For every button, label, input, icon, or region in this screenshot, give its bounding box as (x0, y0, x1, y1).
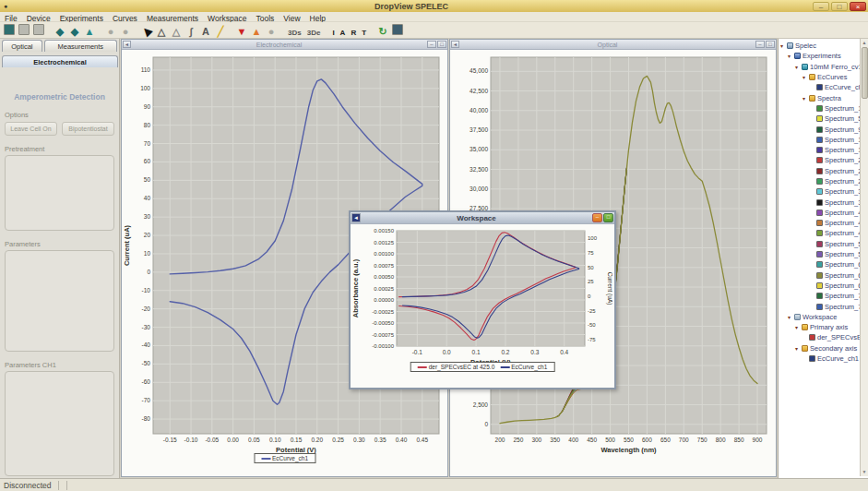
connect-icon[interactable] (4, 24, 15, 35)
autoscale-icon[interactable]: △ (169, 25, 184, 39)
absorbance-icon[interactable]: A (338, 26, 349, 40)
tree-item-label: Spectrum_9 (825, 126, 861, 134)
leave-cell-on-button[interactable]: Leave Cell On (5, 122, 57, 136)
file-doc-icon[interactable] (33, 24, 44, 35)
tree-item-spectrum-1[interactable]: Spectrum_1 (779, 103, 861, 114)
svg-text:0.25: 0.25 (332, 437, 344, 443)
device-doc-icon[interactable] (18, 24, 30, 35)
tab-electrochemical[interactable]: Electrochemical (2, 55, 118, 67)
maximize-button[interactable]: □ (437, 41, 446, 48)
expander-icon[interactable]: ▾ (795, 324, 802, 330)
pencil-icon[interactable]: ╱ (213, 25, 228, 39)
window-menu-icon[interactable]: ◄ (351, 213, 361, 222)
tree-item-eccurve-ch1[interactable]: EcCurve_ch1 (779, 82, 861, 92)
workspace-window-titlebar[interactable]: ◄ Workspace – □ (351, 212, 614, 224)
tree-item-spectrum-45[interactable]: Spectrum_45 (779, 218, 861, 228)
parameters-ch1-box (5, 371, 114, 476)
tree-item-spectrum-41[interactable]: Spectrum_41 (779, 208, 861, 218)
swatch-icon (816, 261, 823, 268)
save-all-icon[interactable]: ◆ (67, 25, 82, 39)
expander-icon[interactable]: ▾ (803, 74, 809, 80)
spectra-up-icon[interactable]: ▲ (249, 24, 264, 38)
tree-item-eccurve-ch1[interactable]: EcCurve_ch1 (779, 353, 861, 364)
tree-item-spectra[interactable]: ▾Spectra (779, 92, 861, 102)
tree-item-secondary-axis[interactable]: ▾Secondary axis (779, 343, 861, 353)
maximize-button[interactable]: □ (766, 41, 775, 48)
tree-item-spectrum-61[interactable]: Spectrum_61 (779, 259, 861, 269)
scroll-thumb[interactable] (862, 47, 868, 99)
scroll-up-icon[interactable]: ▲ (862, 39, 867, 47)
tree-item-label: Spectrum_69 (825, 281, 861, 290)
bipotentiostat-button[interactable]: Bipotentiostat (62, 122, 114, 136)
window-menu-icon[interactable]: ◄ (123, 41, 131, 48)
panel-icon[interactable] (392, 24, 403, 35)
tree-item-spectrum-73[interactable]: Spectrum_73 (779, 291, 861, 301)
close-button[interactable]: × (850, 2, 866, 11)
svg-text:0.00075: 0.00075 (374, 263, 394, 269)
view-3de-icon[interactable]: 3De (304, 26, 324, 40)
window-menu-icon[interactable]: ◄ (451, 41, 459, 48)
tree-item-spectrum-17[interactable]: Spectrum_17 (779, 145, 861, 155)
smooth-curve-icon[interactable]: ∫ (184, 24, 198, 38)
tree-item-eccurves[interactable]: ▾EcCurves (779, 72, 861, 82)
annotate-icon[interactable]: A (198, 24, 213, 38)
experiment-tree: ▾Spelec▾Experiments▾10mM Ferro_cv1▾EcCur… (779, 41, 861, 364)
svg-text:-0.1: -0.1 (412, 349, 423, 355)
expander-icon[interactable]: ▾ (788, 314, 794, 320)
expander-icon[interactable]: ▾ (803, 95, 809, 102)
swatch-icon (816, 220, 823, 226)
electrochemical-window-titlebar[interactable]: ◄ Electrochemical – □ (122, 40, 447, 50)
scroll-down-icon[interactable]: ▼ (862, 468, 867, 476)
maximize-button[interactable]: □ (603, 213, 613, 222)
view-3ds-icon[interactable]: 3Ds (285, 26, 304, 40)
svg-text:-40: -40 (142, 341, 151, 348)
tree-item-spectrum-65[interactable]: Spectrum_65 (779, 270, 861, 281)
svg-text:-0.10: -0.10 (184, 437, 198, 443)
tree-item-spectrum-53[interactable]: Spectrum_53 (779, 239, 861, 249)
optical-window-titlebar[interactable]: ◄ Optical – □ (450, 40, 776, 50)
stop-icon[interactable]: ● (103, 24, 118, 38)
minimize-button[interactable]: – (427, 41, 436, 48)
pause-icon[interactable]: ● (118, 24, 133, 38)
tree-item-spectrum-9[interactable]: Spectrum_9 (779, 124, 861, 134)
expander-icon[interactable]: ▾ (780, 42, 787, 49)
expander-icon[interactable]: ▾ (795, 345, 802, 352)
maximize-button[interactable]: □ (831, 2, 848, 11)
svg-text:0.4: 0.4 (560, 349, 568, 355)
save-curve-icon[interactable]: ◆ (53, 25, 67, 39)
minimize-button[interactable]: – (592, 213, 602, 222)
tree-item-10mm-ferro-cv1[interactable]: ▾10mM Ferro_cv1 (779, 62, 861, 72)
tree-item-primary-axis[interactable]: ▾Primary axis (779, 322, 861, 332)
tree-item-experiments[interactable]: ▾Experiments (779, 51, 861, 61)
svg-text:20: 20 (144, 232, 151, 238)
spectra-down-icon[interactable]: ▼ (234, 24, 249, 38)
record-icon[interactable]: ● (264, 24, 279, 38)
expander-icon[interactable]: ▾ (788, 53, 794, 59)
tree-item-spectrum-21[interactable]: Spectrum_21 (779, 155, 861, 165)
tree-item-spectrum-25[interactable]: Spectrum_25 (779, 166, 861, 176)
svg-text:0.00100: 0.00100 (374, 251, 394, 257)
tree-item-spectrum-5[interactable]: Spectrum_5 (779, 114, 861, 124)
tree-item-spectrum-37[interactable]: Spectrum_37 (779, 197, 861, 207)
refresh-icon[interactable]: ↻ (375, 25, 390, 39)
tree-item-der-specvsec-at-4[interactable]: der_SPECvsEC at 4 (779, 332, 861, 342)
minimize-button[interactable]: – (755, 41, 765, 48)
tree-item-workspace[interactable]: ▾Workspace (779, 312, 861, 322)
minimize-button[interactable]: – (813, 2, 829, 11)
tree-scrollbar[interactable]: ▲ ▼ (860, 39, 868, 476)
tree-item-spectrum-49[interactable]: Spectrum_49 (779, 228, 861, 238)
tree-item-spectrum-57[interactable]: Spectrum_57 (779, 249, 861, 259)
run-measurement-icon[interactable]: ▲ (82, 24, 97, 38)
tree-item-spectrum-33[interactable]: Spectrum_33 (779, 186, 861, 197)
tree-item-spelec[interactable]: ▾Spelec (779, 41, 861, 51)
transmittance-icon[interactable]: T (359, 26, 369, 40)
tree-item-spectrum-13[interactable]: Spectrum_13 (779, 135, 861, 145)
tab-measurements[interactable]: Measurements (44, 40, 117, 52)
intensity-icon[interactable]: I (329, 26, 337, 40)
tree-item-spectrum-29[interactable]: Spectrum_29 (779, 176, 861, 186)
tree-item-spectrum-69[interactable]: Spectrum_69 (779, 281, 861, 291)
reflectance-icon[interactable]: R (348, 26, 359, 40)
tab-optical[interactable]: Optical (2, 40, 42, 52)
tree-item-spectrum-77[interactable]: Spectrum_77 (779, 301, 861, 311)
expander-icon[interactable]: ▾ (795, 64, 802, 70)
